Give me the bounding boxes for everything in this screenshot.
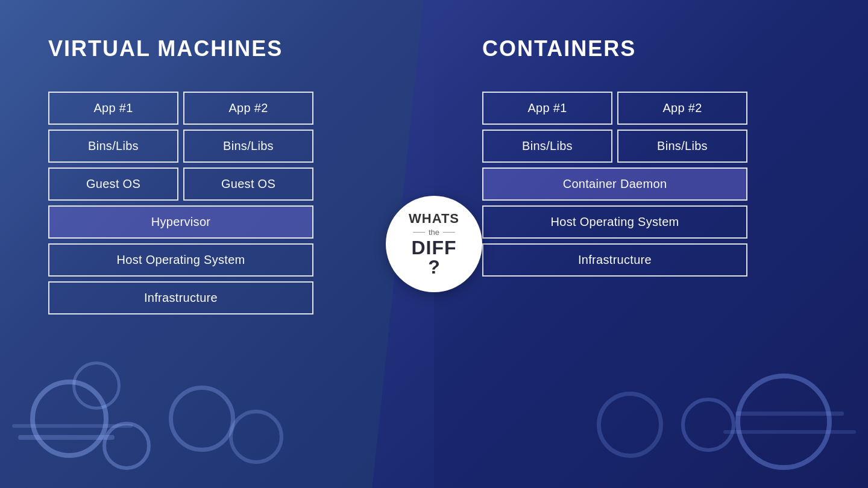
vm-bins-row: Bins/Libs Bins/Libs (48, 130, 313, 163)
vm-bins2-box: Bins/Libs (183, 130, 313, 163)
c-bins-row: Bins/Libs Bins/Libs (482, 130, 747, 163)
vm-bins1-box: Bins/Libs (48, 130, 178, 163)
c-hostos-box: Host Operating System (482, 205, 747, 239)
c-app-row: App #1 App #2 (482, 92, 747, 125)
vm-hypervisor-box: Hypervisor (48, 205, 313, 239)
vm-guestos-row: Guest OS Guest OS (48, 167, 313, 201)
vm-guestos1-box: Guest OS (48, 167, 178, 201)
containers-title: CONTAINERS (482, 36, 636, 61)
c-daemon-box: Container Daemon (482, 167, 747, 201)
right-panel: CONTAINERS App #1 App #2 Bins/Libs Bins/… (434, 0, 868, 488)
vm-hostos-box: Host Operating System (48, 243, 313, 277)
badge-whats-text: WHATS (409, 211, 459, 226)
vm-diagram: App #1 App #2 Bins/Libs Bins/Libs Guest … (48, 92, 313, 314)
c-app1-box: App #1 (482, 92, 612, 125)
c-bins1-box: Bins/Libs (482, 130, 612, 163)
vm-infrastructure-box: Infrastructure (48, 281, 313, 314)
vm-app-row: App #1 App #2 (48, 92, 313, 125)
c-bins2-box: Bins/Libs (617, 130, 747, 163)
badge-the-text: the (413, 228, 455, 237)
badge-diff-text: DIFF (411, 238, 456, 257)
vm-app2-box: App #2 (183, 92, 313, 125)
badge-question-text: ? (428, 257, 440, 277)
vm-title: VIRTUAL MACHINES (48, 36, 283, 61)
vm-app1-box: App #1 (48, 92, 178, 125)
left-panel: VIRTUAL MACHINES App #1 App #2 Bins/Libs… (0, 0, 434, 488)
center-badge: WHATS the DIFF ? (386, 196, 482, 292)
containers-diagram: App #1 App #2 Bins/Libs Bins/Libs Contai… (482, 92, 747, 277)
c-app2-box: App #2 (617, 92, 747, 125)
vm-guestos2-box: Guest OS (183, 167, 313, 201)
c-infrastructure-box: Infrastructure (482, 243, 747, 277)
